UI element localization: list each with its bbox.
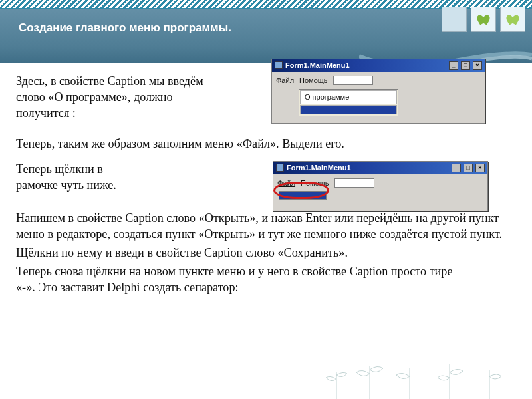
screenshot-window-1: Form1.MainMenu1 _ □ × Файл Помощь О прог… bbox=[271, 59, 485, 124]
text: Теперь, таким же образом заполним меню «… bbox=[16, 137, 344, 150]
icon-tile-sprout-1 bbox=[471, 7, 496, 32]
icon-tile-sprout-2 bbox=[500, 7, 525, 32]
footer-plant-decoration bbox=[317, 346, 516, 399]
window-title: Form1.MainMenu1 bbox=[285, 61, 350, 70]
screenshot-window-2: Form1.MainMenu1 _ □ × Файл Помощь bbox=[273, 161, 488, 211]
slide-header: Создание главного меню программы. bbox=[0, 9, 532, 63]
text: получится : bbox=[16, 106, 76, 120]
close-icon: × bbox=[475, 164, 485, 172]
text: Теперь снова щёлкни на новом пункте меню… bbox=[16, 265, 453, 278]
text: рамочке чуть ниже. bbox=[16, 178, 116, 192]
window-body: Файл Помощь О программе bbox=[272, 72, 485, 123]
submenu-dropdown: О программе bbox=[299, 89, 398, 116]
maximize-icon: □ bbox=[464, 164, 473, 172]
close-icon: × bbox=[473, 61, 482, 70]
minimize-icon: _ bbox=[452, 164, 461, 172]
text: «-». Это заставит Delphi создать сепарат… bbox=[16, 281, 239, 294]
icon-tile-blank bbox=[442, 7, 467, 32]
text: слово «О программе», должно bbox=[16, 90, 173, 104]
maximize-icon: □ bbox=[461, 61, 470, 70]
paragraph-2: Теперь, таким же образом заполним меню «… bbox=[16, 136, 516, 152]
paragraph-5: Щёлкни по нему и введи в свойстве Captio… bbox=[16, 245, 516, 261]
window-body: Файл Помощь bbox=[273, 174, 487, 211]
slide-body: Здесь, в свойстве Caption мы введём слов… bbox=[0, 63, 532, 295]
text: Здесь, в свойстве Caption мы введём bbox=[16, 74, 203, 88]
slide-title: Создание главного меню программы. bbox=[19, 21, 513, 35]
text: Щёлкни по нему и введи в свойстве Captio… bbox=[16, 246, 348, 259]
menu-empty-slot bbox=[333, 76, 373, 85]
menu-empty-slot bbox=[334, 178, 374, 188]
annotation-red-circle bbox=[273, 182, 329, 199]
text: Теперь щёлкни в bbox=[16, 162, 103, 176]
text: Напишем в свойстве Caption слово «Открыт… bbox=[16, 211, 502, 241]
menu-bar: Файл Помощь bbox=[276, 76, 481, 86]
menu-help: Помощь bbox=[299, 76, 328, 86]
submenu-item-selected-empty bbox=[300, 105, 397, 114]
app-icon bbox=[275, 61, 283, 69]
window-titlebar: Form1.MainMenu1 _ □ × bbox=[272, 59, 485, 72]
submenu-item-about: О программе bbox=[300, 90, 397, 104]
app-icon bbox=[276, 164, 284, 172]
header-icon-tray bbox=[442, 7, 525, 32]
window-title: Form1.MainMenu1 bbox=[287, 163, 351, 173]
window-titlebar: Form1.MainMenu1 _ □ × bbox=[273, 162, 487, 174]
paragraph-6: Теперь снова щёлкни на новом пункте меню… bbox=[16, 263, 516, 295]
paragraph-4: Напишем в свойстве Caption слово «Открыт… bbox=[16, 210, 516, 242]
menu-file: Файл bbox=[276, 76, 294, 86]
minimize-icon: _ bbox=[449, 61, 458, 70]
